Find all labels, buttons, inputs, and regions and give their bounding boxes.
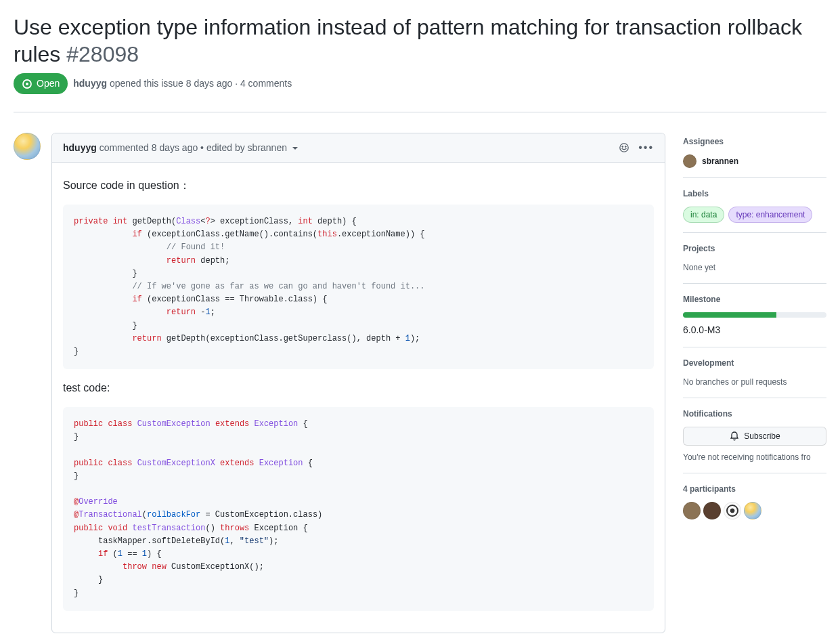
labels-section[interactable]: Labels in: data type: enhancement xyxy=(683,178,826,233)
notifications-text: You're not receiving notifications fro xyxy=(683,451,826,463)
comment-body: Source code in question： private int get… xyxy=(52,163,665,633)
participants-title: 4 participants xyxy=(683,483,826,495)
subscribe-button[interactable]: Subscribe xyxy=(683,427,826,446)
issue-number: #28098 xyxy=(66,42,139,66)
comment-author[interactable]: hduyyg xyxy=(63,142,97,153)
development-title: Development xyxy=(683,357,826,369)
comment-timestamp: commented 8 days ago xyxy=(100,142,198,153)
assignee-name: sbrannen xyxy=(702,155,738,167)
development-text: No branches or pull requests xyxy=(683,376,826,388)
edited-dropdown-caret[interactable] xyxy=(292,147,298,150)
development-section[interactable]: Development No branches or pull requests xyxy=(683,347,826,398)
svg-point-3 xyxy=(622,146,623,148)
milestone-section[interactable]: Milestone 6.0.0-M3 xyxy=(683,284,826,347)
comment-header-left: hduyyg commented 8 days ago • edited by … xyxy=(63,141,298,155)
issue-open-icon xyxy=(22,79,32,89)
comment-box: hduyyg commented 8 days ago • edited by … xyxy=(51,133,665,633)
bell-icon xyxy=(729,431,740,442)
issue-meta-text: hduyyg opened this issue 8 days ago · 4 … xyxy=(73,77,292,91)
emoji-reaction-icon[interactable] xyxy=(615,139,633,156)
state-open-badge: Open xyxy=(14,73,68,94)
notifications-title: Notifications xyxy=(683,408,826,420)
assignee-avatar xyxy=(683,154,697,168)
sidebar: Assignees sbrannen Labels in: data type:… xyxy=(683,133,826,633)
kebab-menu-icon[interactable]: ••• xyxy=(638,140,654,156)
code-block-1: private int getDepth(Class<?> exceptionC… xyxy=(63,205,654,369)
projects-text: None yet xyxy=(683,261,826,274)
assignee-item[interactable]: sbrannen xyxy=(683,154,826,168)
issue-author[interactable]: hduyyg xyxy=(73,78,107,89)
milestone-name[interactable]: 6.0.0-M3 xyxy=(683,323,826,337)
participant-avatar-2[interactable] xyxy=(703,502,721,519)
milestone-progress xyxy=(683,312,826,318)
issue-title: Use exception type information instead o… xyxy=(14,14,826,68)
assignees-section[interactable]: Assignees sbrannen xyxy=(683,133,826,178)
assignees-title: Assignees xyxy=(683,135,826,148)
issue-meta-opened: opened this issue 8 days ago · 4 comment… xyxy=(110,78,292,89)
comment-header: hduyyg commented 8 days ago • edited by … xyxy=(52,133,665,163)
participant-avatar-4[interactable] xyxy=(744,502,761,519)
subscribe-label: Subscribe xyxy=(744,431,780,441)
projects-section[interactable]: Projects None yet xyxy=(683,233,826,284)
state-label: Open xyxy=(37,77,60,91)
milestone-title: Milestone xyxy=(683,293,826,305)
participant-avatar-3[interactable] xyxy=(724,502,741,519)
projects-title: Projects xyxy=(683,242,826,255)
label-in-data[interactable]: in: data xyxy=(683,207,724,223)
comment-edited[interactable]: • edited by sbrannen xyxy=(200,142,287,153)
participants-section: 4 participants xyxy=(683,473,826,529)
svg-point-1 xyxy=(26,83,28,85)
code-block-2: public class CustomException extends Exc… xyxy=(63,407,654,611)
header-divider xyxy=(14,112,826,112)
label-type-enhancement[interactable]: type: enhancement xyxy=(728,207,812,223)
issue-meta-row: Open hduyyg opened this issue 8 days ago… xyxy=(14,73,826,101)
body-intro: Source code in question： xyxy=(63,177,654,194)
labels-title: Labels xyxy=(683,188,826,200)
notifications-section: Notifications Subscribe You're not recei… xyxy=(683,398,826,473)
svg-point-2 xyxy=(620,144,628,152)
svg-point-4 xyxy=(625,146,627,148)
body-mid: test code: xyxy=(63,380,654,396)
participant-avatar-1[interactable] xyxy=(683,502,701,519)
author-avatar[interactable] xyxy=(14,133,41,160)
